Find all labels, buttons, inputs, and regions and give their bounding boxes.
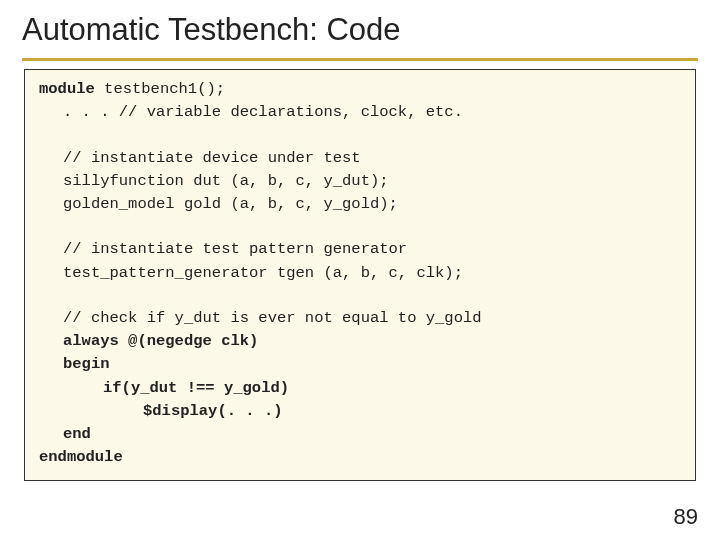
code-line: module testbench1(); — [39, 78, 681, 101]
code-block: module testbench1(); . . . // variable d… — [24, 69, 696, 481]
code-line: begin — [39, 353, 681, 376]
code-line: sillyfunction dut (a, b, c, y_dut); — [39, 170, 681, 193]
code-line: endmodule — [39, 446, 681, 469]
code-text: testbench1(); — [95, 80, 225, 98]
page-number: 89 — [674, 504, 698, 530]
code-comment: // instantiate test pattern generator — [39, 238, 681, 261]
code-line: always @(negedge clk) — [39, 330, 681, 353]
code-line: test_pattern_generator tgen (a, b, c, cl… — [39, 262, 681, 285]
code-comment: // check if y_dut is ever not equal to y… — [39, 307, 681, 330]
code-line: . . . // variable declarations, clock, e… — [39, 101, 681, 124]
blank-line — [39, 216, 681, 238]
code-line: end — [39, 423, 681, 446]
code-line: golden_model gold (a, b, c, y_gold); — [39, 193, 681, 216]
slide: Automatic Testbench: Code module testben… — [0, 0, 720, 540]
code-comment: // instantiate device under test — [39, 147, 681, 170]
blank-line — [39, 125, 681, 147]
code-line: if(y_dut !== y_gold) — [39, 377, 681, 400]
blank-line — [39, 285, 681, 307]
slide-title: Automatic Testbench: Code — [22, 12, 698, 61]
keyword-module: module — [39, 80, 95, 98]
code-line: $display(. . .) — [39, 400, 681, 423]
